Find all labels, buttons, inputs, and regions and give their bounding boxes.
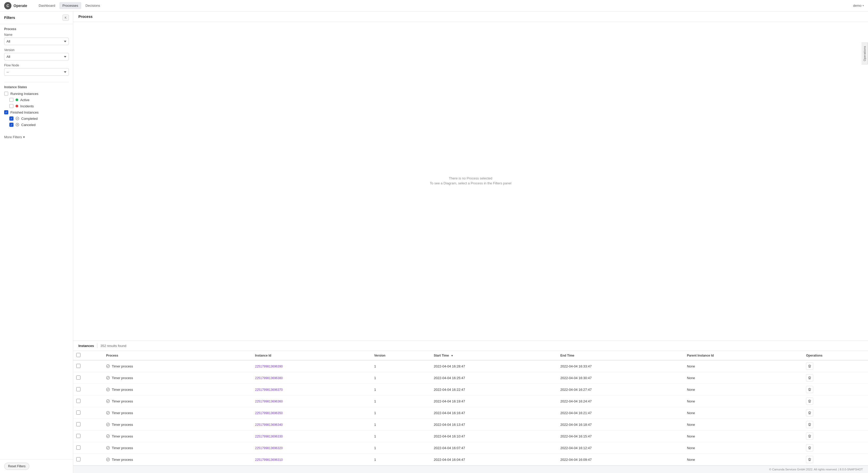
sidebar-header: Filters K xyxy=(0,11,73,24)
row-parent-instance-cell: None xyxy=(684,442,803,454)
delete-row-button[interactable] xyxy=(806,386,813,393)
collapse-sidebar-button[interactable]: K xyxy=(63,14,69,21)
no-process-line1: There is no Process selected xyxy=(430,176,512,180)
delete-row-button[interactable] xyxy=(806,456,813,463)
instance-id-link[interactable]: 2251799813696350 xyxy=(255,411,283,415)
row-instance-id-cell: 2251799813696320 xyxy=(252,442,371,454)
row-end-time-cell: 2022-04-04 16:12:47 xyxy=(557,442,684,454)
row-version-cell: 1 xyxy=(371,396,431,407)
delete-row-button[interactable] xyxy=(806,409,813,416)
row-select-checkbox[interactable] xyxy=(76,445,81,450)
trash-icon xyxy=(808,411,811,415)
finished-instances-checkbox[interactable] xyxy=(4,110,8,114)
row-select-checkbox[interactable] xyxy=(76,375,81,380)
row-start-time-cell: 2022-04-04 16:25:47 xyxy=(431,372,557,384)
row-start-time-cell: 2022-04-04 16:13:47 xyxy=(431,419,557,431)
table-row: Timer process 2251799813696390 1 2022-04… xyxy=(73,360,868,372)
row-select-checkbox[interactable] xyxy=(76,422,81,426)
top-navigation: C Operate Dashboard Processes Decisions … xyxy=(0,0,868,11)
row-version-cell: 1 xyxy=(371,372,431,384)
incidents-row[interactable]: Incidents xyxy=(9,104,69,108)
row-start-time-cell: 2022-04-04 16:16:47 xyxy=(431,407,557,419)
completed-checkbox[interactable] xyxy=(9,116,13,121)
trash-icon xyxy=(808,399,811,403)
row-end-time-cell: 2022-04-04 16:09:47 xyxy=(557,454,684,466)
instance-id-link[interactable]: 2251799813696360 xyxy=(255,400,283,403)
row-checkbox-cell xyxy=(73,442,103,454)
row-process-name: Timer process xyxy=(112,423,133,427)
incidents-checkbox[interactable] xyxy=(9,104,13,108)
main-layout: Filters K Process Name All Version All F… xyxy=(0,11,868,473)
start-time-column-header[interactable]: Start Time ▼ xyxy=(431,351,557,360)
row-select-checkbox[interactable] xyxy=(76,410,81,415)
instance-id-link[interactable]: 2251799813696380 xyxy=(255,376,283,380)
delete-row-button[interactable] xyxy=(806,433,813,440)
instance-id-column-header: Instance Id xyxy=(252,351,371,360)
row-operations-cell xyxy=(803,372,868,384)
row-parent-instance-cell: None xyxy=(684,396,803,407)
instance-id-link[interactable]: 2251799813696320 xyxy=(255,446,283,450)
active-row[interactable]: Active xyxy=(9,98,69,102)
no-process-message: There is no Process selected To see a Di… xyxy=(430,176,512,186)
flow-node-group: Flow Node -- xyxy=(4,64,69,76)
row-select-checkbox[interactable] xyxy=(76,364,81,368)
operations-tab[interactable]: Operations xyxy=(862,42,868,65)
delete-row-button[interactable] xyxy=(806,398,813,405)
nav-processes[interactable]: Processes xyxy=(59,2,82,9)
more-filters-chevron-icon: ▾ xyxy=(23,135,25,139)
copyright-text: © Camunda Services GmbH 2022. All rights… xyxy=(769,468,863,471)
finished-instances-row[interactable]: Finished Instances xyxy=(4,110,69,114)
completed-row-icon xyxy=(106,434,110,438)
row-select-checkbox[interactable] xyxy=(76,457,81,461)
process-version-select[interactable]: All xyxy=(4,53,69,60)
more-filters-button[interactable]: More Filters ▾ xyxy=(0,133,73,141)
completed-row[interactable]: Completed xyxy=(9,116,69,121)
row-select-checkbox[interactable] xyxy=(76,434,81,438)
operations-tab-container: Operations xyxy=(862,42,868,65)
delete-row-button[interactable] xyxy=(806,444,813,451)
instance-id-link[interactable]: 2251799813696340 xyxy=(255,423,283,427)
row-parent-instance-cell: None xyxy=(684,384,803,396)
instance-id-link[interactable]: 2251799813696330 xyxy=(255,435,283,438)
select-all-checkbox[interactable] xyxy=(76,353,81,357)
row-parent-instance-cell: None xyxy=(684,407,803,419)
active-checkbox[interactable] xyxy=(9,98,13,102)
instance-id-link[interactable]: 2251799813696370 xyxy=(255,388,283,392)
row-operations-cell xyxy=(803,442,868,454)
row-operations-cell xyxy=(803,396,868,407)
row-process-name: Timer process xyxy=(112,458,133,462)
table-header-row: Process Instance Id Version Start Time ▼ xyxy=(73,351,868,360)
more-filters-label: More Filters xyxy=(4,135,22,139)
row-process-cell: Timer process xyxy=(103,442,252,454)
row-operations-cell xyxy=(803,454,868,466)
trash-icon xyxy=(808,434,811,438)
delete-row-button[interactable] xyxy=(806,374,813,381)
canceled-checkbox[interactable] xyxy=(9,123,13,127)
completed-row-icon xyxy=(106,423,110,426)
reset-filters-button[interactable]: Reset Filters xyxy=(4,463,29,470)
row-process-name: Timer process xyxy=(112,399,133,403)
row-start-time-cell: 2022-04-04 16:19:47 xyxy=(431,396,557,407)
row-checkbox-cell xyxy=(73,454,103,466)
row-select-checkbox[interactable] xyxy=(76,399,81,403)
running-instances-checkbox[interactable] xyxy=(4,92,8,96)
instance-id-link[interactable]: 2251799813696390 xyxy=(255,365,283,368)
row-select-checkbox[interactable] xyxy=(76,387,81,391)
row-process-cell: Timer process xyxy=(103,407,252,419)
canceled-row[interactable]: Canceled xyxy=(9,123,69,127)
row-parent-instance-cell: None xyxy=(684,360,803,372)
row-version-cell: 1 xyxy=(371,407,431,419)
delete-row-button[interactable] xyxy=(806,363,813,370)
completed-row-icon xyxy=(106,364,110,368)
process-name-select[interactable]: All xyxy=(4,38,69,45)
running-instances-row[interactable]: Running Instances xyxy=(4,92,69,96)
row-checkbox-cell xyxy=(73,431,103,442)
nav-decisions[interactable]: Decisions xyxy=(82,2,103,9)
row-instance-id-cell: 2251799813696370 xyxy=(252,384,371,396)
flow-node-select[interactable]: -- xyxy=(4,68,69,76)
delete-row-button[interactable] xyxy=(806,421,813,428)
completed-icon xyxy=(16,117,19,120)
nav-dashboard[interactable]: Dashboard xyxy=(36,2,58,9)
user-menu[interactable]: demo ▾ xyxy=(853,4,864,7)
instance-id-link[interactable]: 2251799813696310 xyxy=(255,458,283,462)
